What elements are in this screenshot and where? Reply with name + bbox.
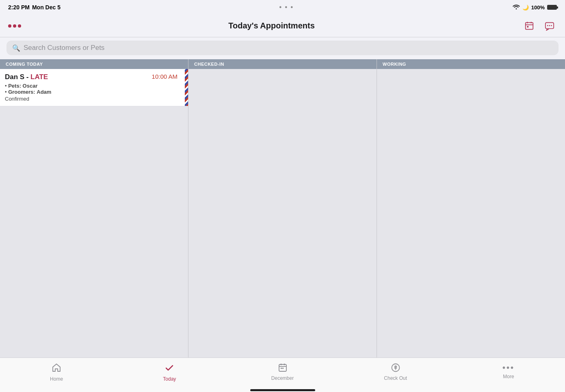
search-bar-container: 🔍 Search Customers or Pets (0, 37, 565, 59)
column-checked-in: CHECKED-IN (188, 59, 377, 358)
tab-more-label: More (503, 374, 514, 379)
pets-label: Pets: (8, 83, 21, 89)
search-bar[interactable]: 🔍 Search Customers or Pets (6, 41, 559, 55)
svg-rect-14 (282, 368, 284, 369)
tab-items-row: Home Today Decemb (0, 358, 565, 390)
checkout-dollar-icon (391, 363, 400, 374)
moon-icon: 🌙 (522, 4, 529, 11)
svg-rect-0 (526, 22, 533, 29)
search-placeholder: Search Customers or Pets (24, 44, 104, 52)
tab-home[interactable]: Home (0, 362, 113, 382)
appointments-icon-button[interactable] (522, 19, 537, 33)
svg-rect-13 (281, 368, 282, 369)
appointment-customer-name: Dan S (5, 73, 24, 81)
page-title: Today's Appointments (228, 21, 315, 30)
battery-percent: 100% (531, 4, 545, 11)
appointment-header: Dan S - LATE 10:00 AM (5, 73, 183, 81)
tab-checkout-label: Check Out (384, 375, 407, 381)
appointment-groomer-row: • Groomers: Adam (5, 89, 183, 95)
tab-bar: Home Today Decemb (0, 358, 565, 392)
appointment-confirm-status: Confirmed (5, 96, 183, 102)
tab-home-label: Home (50, 376, 63, 382)
today-checkmark-icon (165, 363, 174, 375)
messages-icon-button[interactable] (542, 19, 557, 33)
nav-left-dots[interactable] (8, 24, 21, 28)
tab-today[interactable]: Today (113, 362, 226, 382)
wifi-icon (513, 4, 520, 11)
more-dots-icon: ••• (502, 363, 515, 373)
column-header-checked-in: CHECKED-IN (188, 59, 377, 69)
svg-rect-4 (527, 26, 528, 28)
tab-december[interactable]: December (226, 362, 339, 381)
svg-point-8 (551, 25, 552, 26)
column-coming-today: COMING TODAY Dan S - LATE 10:00 AM • Pet… (0, 59, 188, 358)
appointment-pet-row: • Pets: Oscar (5, 83, 183, 89)
status-time: 2:20 PM (8, 4, 30, 11)
nav-dot-3 (18, 24, 21, 28)
nav-bar: Today's Appointments (0, 15, 565, 37)
status-date: Mon Dec 5 (32, 4, 61, 11)
status-center-dots: • • • (279, 4, 294, 11)
calendar-icon (278, 363, 288, 374)
appointment-pet-name: Oscar (23, 83, 38, 89)
home-bar (250, 389, 315, 391)
search-icon: 🔍 (12, 44, 20, 52)
column-header-working: WORKING (377, 59, 565, 69)
columns-container: COMING TODAY Dan S - LATE 10:00 AM • Pet… (0, 59, 565, 358)
column-body-coming-today: Dan S - LATE 10:00 AM • Pets: Oscar • Gr… (0, 69, 188, 358)
battery-icon (547, 5, 557, 10)
home-icon (52, 363, 61, 375)
svg-point-6 (547, 25, 548, 26)
tab-december-label: December (271, 375, 294, 381)
nav-dot-2 (13, 24, 16, 28)
appointment-groomer-name: Adam (37, 89, 51, 95)
column-body-checked-in (188, 69, 377, 358)
column-header-coming-today: COMING TODAY (0, 59, 188, 69)
status-bar: 2:20 PM Mon Dec 5 • • • 🌙 100% (0, 0, 565, 15)
svg-point-7 (549, 25, 550, 26)
tab-more[interactable]: ••• More (452, 362, 565, 379)
column-working: WORKING (377, 59, 565, 358)
appointment-card[interactable]: Dan S - LATE 10:00 AM • Pets: Oscar • Gr… (0, 69, 188, 106)
tab-today-label: Today (163, 376, 176, 382)
appointment-late-label: LATE (30, 73, 48, 81)
appointment-late-stripe (185, 69, 188, 106)
column-body-working (377, 69, 565, 358)
home-indicator (0, 390, 565, 392)
nav-dot-1 (8, 24, 11, 28)
groomers-label: Groomers: (8, 89, 35, 95)
appointment-time: 10:00 AM (152, 73, 178, 80)
appointment-details: • Pets: Oscar • Groomers: Adam Confirmed (5, 83, 183, 102)
nav-actions (522, 19, 557, 33)
tab-checkout[interactable]: Check Out (339, 362, 452, 381)
